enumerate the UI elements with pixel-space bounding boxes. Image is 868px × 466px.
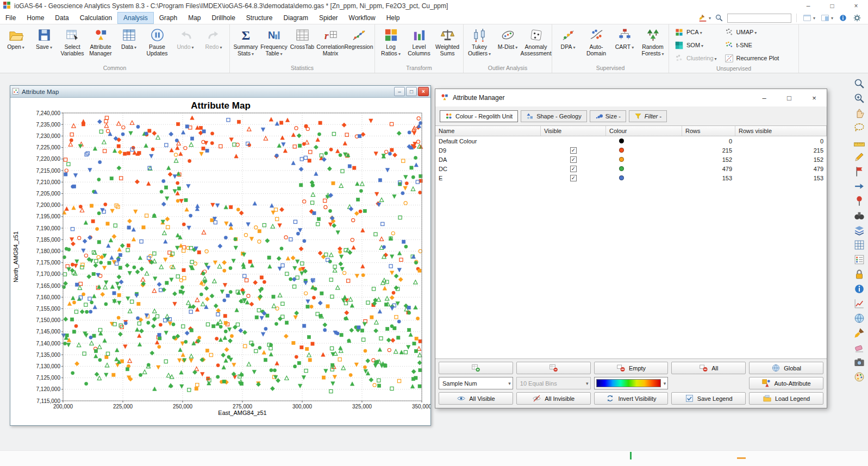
- colour-swatch[interactable]: [619, 166, 624, 171]
- colour-swatch[interactable]: [619, 148, 624, 153]
- load-legend-button[interactable]: Load Legend: [749, 392, 823, 405]
- umap-button[interactable]: UMAP▾: [721, 26, 783, 39]
- som-button[interactable]: SOM▾: [671, 39, 721, 52]
- map-window-close-button[interactable]: ×: [418, 87, 429, 96]
- attribute-manager-titlebar[interactable]: Attribute Manager –□×: [435, 89, 827, 106]
- tab-colour-regolith-unit[interactable]: Colour - Regolith Unit: [440, 110, 518, 122]
- undo-button[interactable]: Undo▾: [171, 26, 199, 64]
- dpa-button[interactable]: DPA▾: [554, 26, 582, 64]
- select-variables-button[interactable]: Select Variables: [58, 26, 86, 64]
- visible-checkbox[interactable]: ✓: [570, 156, 577, 163]
- manager-window-maximize-button[interactable]: □: [777, 89, 802, 106]
- visible-checkbox[interactable]: ✓: [570, 166, 577, 172]
- tab-filter[interactable]: Filter -: [629, 110, 667, 122]
- menu-file[interactable]: File: [0, 12, 21, 24]
- random-forests-button[interactable]: Random Forests▾: [639, 26, 667, 64]
- globe-icon[interactable]: [852, 311, 866, 325]
- data-button[interactable]: Data▾: [115, 26, 143, 64]
- frequency-table-button[interactable]: NFrequency Table▾: [260, 26, 288, 64]
- t-sne-button[interactable]: t-SNE: [721, 39, 783, 52]
- search-input[interactable]: [727, 14, 791, 23]
- cart-button[interactable]: CART▾: [610, 26, 639, 64]
- ruler-icon[interactable]: [852, 135, 866, 149]
- menu-data[interactable]: Data: [49, 12, 74, 24]
- pencil-icon[interactable]: [852, 150, 866, 164]
- app-minimize-button[interactable]: –: [796, 0, 820, 12]
- m-dist-button[interactable]: M-Dist▾: [494, 26, 522, 64]
- lock-icon[interactable]: [852, 267, 866, 281]
- app-maximize-button[interactable]: □: [820, 0, 844, 12]
- save-button[interactable]: Save▾: [30, 26, 58, 64]
- all-invisible-button[interactable]: All Invisible: [516, 392, 591, 405]
- column-header-visible[interactable]: Visible: [541, 126, 606, 136]
- log-ratios-button[interactable]: Log Ratios▾: [377, 26, 405, 64]
- column-header-rows-visible[interactable]: Rows visible: [735, 126, 827, 136]
- colour-swatch[interactable]: [619, 175, 624, 180]
- tab-shape-geology[interactable]: Shape - Geology: [521, 110, 587, 122]
- info-circle-icon[interactable]: [852, 282, 866, 296]
- all-button[interactable]: All: [671, 362, 746, 374]
- table-row-da[interactable]: DA✓152152: [435, 155, 827, 164]
- menu-calculation[interactable]: Calculation: [74, 12, 117, 24]
- pan-hand-icon[interactable]: [852, 106, 866, 120]
- column-header-rows[interactable]: Rows: [682, 126, 735, 136]
- zoom-search-icon[interactable]: [714, 13, 725, 23]
- menu-drillhole[interactable]: Drillhole: [206, 12, 240, 24]
- style-brush-icon[interactable]: ▾: [697, 13, 712, 23]
- auto-domain-button[interactable]: Auto-Domain: [582, 26, 610, 64]
- attribute-map-chart[interactable]: 200,000225,000250,000275,000300,000325,0…: [10, 98, 430, 425]
- menu-map[interactable]: Map: [183, 12, 206, 24]
- correlation-matrix-button[interactable]: rCorrelation Matrix: [316, 26, 345, 64]
- brush-icon[interactable]: [852, 326, 866, 340]
- zoom-extents-icon[interactable]: [852, 77, 866, 91]
- colour-swatch[interactable]: [619, 157, 624, 162]
- tukey-outliers-button[interactable]: Tukey Outliers▾: [465, 26, 494, 64]
- column-header-name[interactable]: Name: [435, 126, 541, 136]
- pca-button[interactable]: PCA▾: [671, 26, 721, 39]
- layers-icon[interactable]: [852, 223, 866, 237]
- menu-home[interactable]: Home: [21, 12, 49, 24]
- flag-icon[interactable]: [852, 165, 866, 179]
- panel-layout-icon[interactable]: ▾: [802, 13, 816, 23]
- window-view-icon[interactable]: ▾: [820, 13, 834, 23]
- select-lasso-icon[interactable]: [852, 121, 866, 135]
- level-columns-button[interactable]: Level Columns: [405, 26, 433, 64]
- menu-structure[interactable]: Structure: [241, 12, 278, 24]
- tab-size[interactable]: Size -: [590, 110, 626, 122]
- invert-visibility-button[interactable]: Invert Visibility: [594, 392, 669, 405]
- summary-stats-button[interactable]: ΣSummary Stats▾: [232, 26, 260, 64]
- menu-graph[interactable]: Graph: [154, 12, 183, 24]
- auto-attribute-button[interactable]: Auto-Attribute: [749, 377, 823, 389]
- clustering-button[interactable]: Clustering▾: [671, 52, 721, 65]
- visible-checkbox[interactable]: ✓: [570, 175, 577, 181]
- crosstab-button[interactable]: CrossTab: [288, 26, 316, 64]
- menu-help[interactable]: Help: [381, 12, 405, 24]
- redo-button[interactable]: Redo▾: [199, 26, 228, 64]
- attribute-manager-button[interactable]: Attribute Manager: [86, 26, 115, 64]
- table-row-e[interactable]: E✓153153: [435, 173, 827, 182]
- manager-window-close-button[interactable]: ×: [802, 89, 827, 106]
- manager-window-minimize-button[interactable]: –: [752, 89, 777, 106]
- visible-checkbox[interactable]: ✓: [570, 147, 577, 154]
- graph-tool-icon[interactable]: [852, 297, 866, 311]
- all-visible-button[interactable]: All Visible: [439, 392, 513, 405]
- anomaly-assessment-button[interactable]: Anomaly Assessment: [522, 26, 550, 64]
- global-button[interactable]: Global: [749, 362, 823, 374]
- table-row-d9[interactable]: D9✓215215: [435, 146, 827, 155]
- weighted-sums-button[interactable]: Weighted Sums: [433, 26, 461, 64]
- table-row-dc[interactable]: DC✓479479: [435, 164, 827, 173]
- add-attribute-button[interactable]: [439, 362, 513, 374]
- link-arrow-icon[interactable]: [852, 179, 866, 193]
- grid-icon[interactable]: [852, 238, 866, 252]
- app-close-button[interactable]: ×: [844, 0, 868, 12]
- eraser-icon[interactable]: [852, 341, 866, 355]
- menu-diagram[interactable]: Diagram: [278, 12, 314, 24]
- info-icon[interactable]: [838, 13, 848, 23]
- menu-workflow[interactable]: Workflow: [344, 12, 381, 24]
- pause-updates-button[interactable]: Pause Updates: [143, 26, 171, 64]
- palette-icon[interactable]: [852, 370, 866, 384]
- binoculars-icon[interactable]: [852, 209, 866, 223]
- pin-icon[interactable]: [852, 194, 866, 208]
- attribute-column-select[interactable]: Sample Num ▾: [439, 377, 513, 389]
- colour-swatch[interactable]: [619, 138, 624, 143]
